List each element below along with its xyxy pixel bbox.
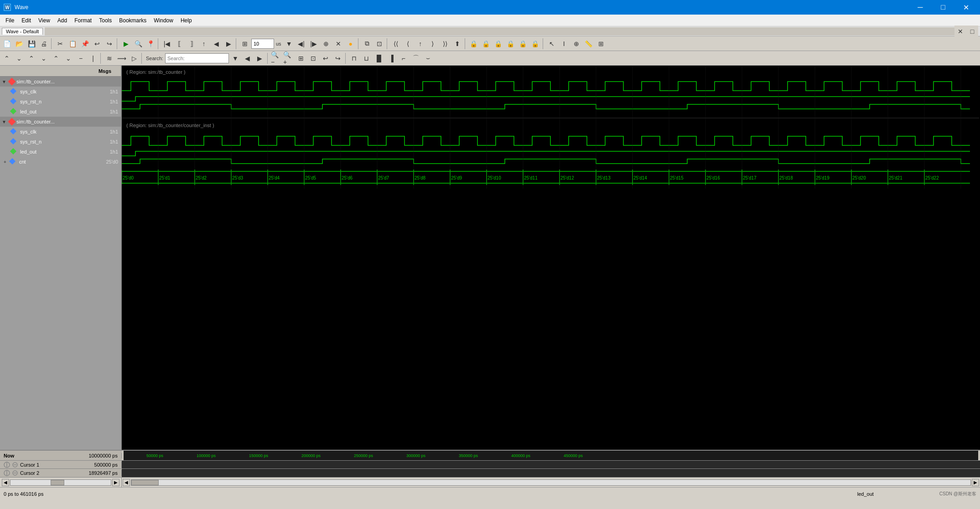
scroll-left-arrow[interactable]: ◀ bbox=[2, 479, 9, 486]
wave-btn2[interactable]: ⟦ bbox=[173, 38, 185, 50]
scroll-right-arrow[interactable]: ▶ bbox=[112, 479, 119, 486]
time-unit-dropdown[interactable]: ▼ bbox=[283, 38, 295, 50]
search-next-btn[interactable]: ▶ bbox=[254, 52, 266, 64]
scroll-track-left[interactable] bbox=[10, 479, 111, 486]
run-button[interactable]: ▶ bbox=[120, 38, 132, 50]
search-prev-btn[interactable]: ◀ bbox=[242, 52, 254, 64]
wave-next-button[interactable]: ▶ bbox=[223, 38, 234, 50]
wave-prev-button[interactable]: ◀ bbox=[210, 38, 222, 50]
wave-nav3[interactable]: ↑ bbox=[415, 38, 426, 50]
zoom-redo-button[interactable]: ↪ bbox=[332, 52, 344, 64]
sig-wave3[interactable]: ▷ bbox=[128, 52, 140, 64]
copy-button[interactable]: 📋 bbox=[67, 38, 78, 50]
time-value-input[interactable] bbox=[251, 39, 274, 49]
wave-nav6[interactable]: ⬆ bbox=[451, 38, 463, 50]
zoom-next-button[interactable]: |▶ bbox=[308, 38, 320, 50]
cut-button[interactable]: ✂ bbox=[54, 38, 66, 50]
wave-shape7[interactable]: ⌣ bbox=[422, 52, 434, 64]
sig-tb5[interactable]: ⌃ bbox=[50, 52, 62, 64]
zoom-fit-button[interactable]: ⊞ bbox=[239, 38, 251, 50]
scroll-thumb-left[interactable] bbox=[51, 480, 64, 485]
marker-button[interactable]: 📍 bbox=[145, 38, 156, 50]
close-button[interactable]: ✕ bbox=[955, 0, 976, 15]
ruler-button[interactable]: 📏 bbox=[583, 38, 595, 50]
wave-nav4[interactable]: ⟩ bbox=[427, 38, 439, 50]
cursor-lock5[interactable]: 🔒 bbox=[517, 38, 529, 50]
cursor-lock3[interactable]: 🔒 bbox=[493, 38, 504, 50]
menu-edit[interactable]: Edit bbox=[18, 16, 35, 25]
zoom-cursor-button[interactable]: ⊕ bbox=[570, 38, 582, 50]
undo-button[interactable]: ↩ bbox=[91, 38, 103, 50]
zoom-prev-button[interactable]: ◀| bbox=[296, 38, 307, 50]
save-button[interactable]: 💾 bbox=[26, 38, 37, 50]
wave-btn3[interactable]: ⟧ bbox=[186, 38, 197, 50]
wave-shape2[interactable]: ⊔ bbox=[361, 52, 373, 64]
maximize-button[interactable]: □ bbox=[933, 0, 954, 15]
zoom-out-button[interactable]: 🔍− bbox=[270, 52, 282, 64]
wave-nav1[interactable]: ⟨⟨ bbox=[390, 38, 402, 50]
signal-group2-clk[interactable]: sys_clk 1h1 bbox=[0, 127, 121, 137]
wave-shape1[interactable]: ⊓ bbox=[348, 52, 360, 64]
group2-header[interactable]: ▼ sim:/tb_counter... bbox=[0, 117, 121, 127]
dock-button[interactable]: ⧉ bbox=[361, 38, 373, 50]
minimize-button[interactable]: ─ bbox=[910, 0, 931, 15]
sig-tb6[interactable]: ⌄ bbox=[62, 52, 74, 64]
group2-expand-icon[interactable]: ▼ bbox=[1, 118, 7, 125]
open-button[interactable]: 📂 bbox=[13, 38, 25, 50]
zoom-in-button2[interactable]: ⊕ bbox=[320, 38, 332, 50]
tab-maximize-button[interactable]: □ bbox=[966, 26, 978, 37]
sig-tb8[interactable]: | bbox=[87, 52, 99, 64]
wave-nav2[interactable]: ⟨ bbox=[402, 38, 414, 50]
tab-close-button[interactable]: ✕ bbox=[954, 26, 966, 37]
wave-up-button[interactable]: ↑ bbox=[198, 38, 210, 50]
menu-file[interactable]: File bbox=[2, 16, 18, 25]
wave-shape5[interactable]: ⌐ bbox=[398, 52, 410, 64]
redo-button[interactable]: ↪ bbox=[104, 38, 115, 50]
cnt-expand[interactable]: + bbox=[2, 159, 8, 165]
sig-tb7[interactable]: − bbox=[75, 52, 87, 64]
scroll-main-left[interactable]: ◀ bbox=[123, 479, 130, 486]
scroll-thumb-main[interactable] bbox=[131, 480, 159, 485]
insert-button[interactable]: ⊞ bbox=[595, 38, 607, 50]
sig-wave2[interactable]: ⟿ bbox=[116, 52, 128, 64]
print-button[interactable]: 🖨 bbox=[38, 38, 50, 50]
wave-default-tab[interactable]: Wave - Default bbox=[2, 28, 43, 35]
wave-canvas[interactable]: ( Region: sim:/tb_counter ) ( Region: si… bbox=[122, 66, 980, 450]
new-button[interactable]: 📄 bbox=[1, 38, 13, 50]
menu-view[interactable]: View bbox=[35, 16, 54, 25]
zoom-fit-button2[interactable]: ⊞ bbox=[295, 52, 307, 64]
menu-help[interactable]: Help bbox=[177, 16, 196, 25]
signal-group1-clk[interactable]: sys_clk 1h1 bbox=[0, 87, 121, 97]
scroll-track-main[interactable] bbox=[131, 479, 971, 486]
menu-window[interactable]: Window bbox=[150, 16, 177, 25]
search-input[interactable] bbox=[165, 53, 229, 63]
zoom-del-button[interactable]: ✕ bbox=[332, 38, 344, 50]
zoom-in-button[interactable]: 🔍+ bbox=[283, 52, 295, 64]
cursor-lock2[interactable]: 🔒 bbox=[480, 38, 492, 50]
menu-format[interactable]: Format bbox=[71, 16, 95, 25]
menu-tools[interactable]: Tools bbox=[95, 16, 115, 25]
group1-expand-icon[interactable]: ▼ bbox=[1, 78, 7, 85]
menu-bookmarks[interactable]: Bookmarks bbox=[115, 16, 150, 25]
wave-nav5[interactable]: ⟩⟩ bbox=[439, 38, 451, 50]
search-button[interactable]: 🔍 bbox=[132, 38, 144, 50]
signal-group2-led[interactable]: led_out 1h1 bbox=[0, 147, 121, 157]
cursor-lock4[interactable]: 🔒 bbox=[505, 38, 517, 50]
sig-tb3[interactable]: ⌃ bbox=[26, 52, 37, 64]
float-button[interactable]: ⊡ bbox=[373, 38, 385, 50]
wave-shape6[interactable]: ⌒ bbox=[410, 52, 422, 64]
signal-cnt[interactable]: + cnt 25'd0 bbox=[0, 157, 121, 167]
signal-group2-rst[interactable]: sys_rst_n 1h1 bbox=[0, 137, 121, 147]
sig-tb1[interactable]: ⌃ bbox=[1, 52, 13, 64]
signal-group1-led[interactable]: led_out 1h1 bbox=[0, 107, 121, 117]
signal-group1-rst[interactable]: sys_rst_n 1h1 bbox=[0, 97, 121, 107]
wave-shape3[interactable]: █ bbox=[373, 52, 385, 64]
tab-scrollbar[interactable] bbox=[45, 27, 954, 36]
text-cursor-button[interactable]: I bbox=[558, 38, 570, 50]
wave-shape4[interactable]: ▐ bbox=[385, 52, 397, 64]
wave-start-button[interactable]: |◀ bbox=[161, 38, 173, 50]
sig-wave1[interactable]: ≋ bbox=[104, 52, 115, 64]
arrow-cursor-button[interactable]: ↖ bbox=[546, 38, 558, 50]
scroll-main-right[interactable]: ▶ bbox=[972, 479, 979, 486]
zoom-sel-button[interactable]: ⊡ bbox=[307, 52, 319, 64]
